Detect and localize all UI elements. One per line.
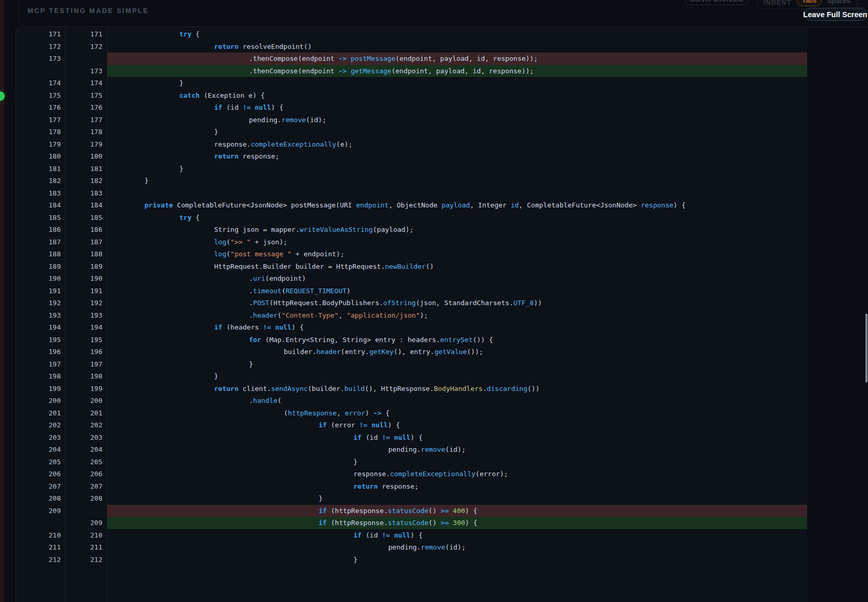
code-text: } bbox=[107, 456, 807, 468]
line-number-new: 183 bbox=[65, 187, 102, 200]
code-line: 189189HttpRequest.Builder builder = Http… bbox=[16, 260, 807, 273]
code-text: if (id != null) { bbox=[107, 101, 807, 114]
line-number-old: 202 bbox=[16, 419, 61, 431]
code-line: 187187log(">> " + json); bbox=[16, 236, 807, 248]
line-number-new: 184 bbox=[65, 199, 102, 212]
code-text: catch (Exception e) { bbox=[107, 89, 807, 102]
code-line: 184184private CompletableFuture<JsonNode… bbox=[16, 199, 807, 212]
line-number-old: 193 bbox=[16, 309, 61, 322]
code-line: 193193.header("Content-Type", "applicati… bbox=[16, 309, 807, 322]
code-text: .handle( bbox=[107, 395, 807, 407]
leave-full-screen-button[interactable]: Leave Full Screen bbox=[804, 8, 867, 21]
code-text: .thenCompose(endpoint -> postMessage(end… bbox=[107, 53, 807, 65]
indent-label: INDENT bbox=[764, 0, 792, 6]
line-number-new: 185 bbox=[65, 212, 102, 224]
line-number-old: 205 bbox=[16, 456, 61, 468]
code-line: 202202if (error != null) { bbox=[16, 419, 807, 431]
code-text: } bbox=[107, 77, 807, 89]
code-line: 182182} bbox=[16, 175, 807, 187]
code-line: 203203if (id != null) { bbox=[16, 431, 807, 444]
code-text: if (error != null) { bbox=[107, 419, 807, 431]
code-text: pending.remove(id); bbox=[107, 541, 807, 554]
code-text: return client.sendAsync(builder.build(),… bbox=[107, 383, 807, 395]
line-number-new: 194 bbox=[65, 321, 102, 334]
line-number-old: 183 bbox=[16, 187, 61, 200]
line-number-old: 204 bbox=[16, 443, 61, 456]
leave-full-screen-label: Leave Full Screen bbox=[803, 10, 867, 19]
code-text: String json = mapper.writeValueAsString(… bbox=[107, 224, 807, 236]
line-number-new: 196 bbox=[65, 346, 102, 358]
code-line: 197197} bbox=[16, 358, 807, 371]
line-number-new: 212 bbox=[65, 554, 102, 566]
line-number-new: 174 bbox=[65, 77, 102, 89]
line-number-new: 198 bbox=[65, 370, 102, 383]
line-number-new: 207 bbox=[65, 480, 102, 493]
line-number-new: 188 bbox=[65, 248, 102, 260]
left-edge-strip bbox=[0, 0, 4, 602]
code-text: response.completeExceptionally(error); bbox=[107, 468, 807, 480]
code-text: .thenCompose(endpoint -> getMessage(endp… bbox=[107, 65, 807, 77]
code-text: } bbox=[107, 126, 807, 138]
code-line: 173.thenCompose(endpoint -> postMessage(… bbox=[16, 53, 807, 65]
line-number-old: 192 bbox=[16, 297, 61, 309]
scrollbar-thumb[interactable] bbox=[865, 313, 867, 383]
code-text: if (httpResponse.statusCode() >= 400) { bbox=[107, 505, 807, 517]
code-text: response.completeExceptionally(e); bbox=[107, 138, 807, 151]
code-text bbox=[107, 187, 807, 200]
code-text: if (id != null) { bbox=[107, 431, 807, 444]
line-number-old: 210 bbox=[16, 529, 61, 542]
server-overview-button[interactable]: Server Overview bbox=[685, 0, 748, 5]
line-number-new: 192 bbox=[65, 297, 102, 309]
line-number-new: 181 bbox=[65, 163, 102, 175]
line-number-old: 182 bbox=[16, 175, 61, 187]
code-line: 198198} bbox=[16, 370, 807, 383]
code-line: 194194if (headers != null) { bbox=[16, 321, 807, 334]
code-line: 212212} bbox=[16, 554, 807, 566]
code-text: if (httpResponse.statusCode() >= 300) { bbox=[107, 517, 807, 529]
line-number-new: 206 bbox=[65, 468, 102, 480]
line-number-new: 211 bbox=[65, 541, 102, 554]
code-line: 174174} bbox=[16, 77, 807, 89]
line-number-old: 188 bbox=[16, 248, 61, 260]
line-number-new: 210 bbox=[65, 529, 102, 542]
code-line: 204204pending.remove(id); bbox=[16, 443, 807, 456]
code-line: 211211pending.remove(id); bbox=[16, 541, 807, 554]
code-line: 179179response.completeExceptionally(e); bbox=[16, 138, 807, 151]
code-line: 188188log("post message " + endpoint); bbox=[16, 248, 807, 260]
indent-tabs-option[interactable]: Tabs bbox=[797, 0, 822, 6]
code-text: for (Map.Entry<String, String> entry : h… bbox=[107, 334, 807, 346]
line-number-new: 195 bbox=[65, 334, 102, 346]
line-number-old: 201 bbox=[16, 407, 61, 420]
line-number-old: 197 bbox=[16, 358, 61, 371]
line-number-new: 190 bbox=[65, 272, 102, 285]
line-number-old: 198 bbox=[16, 370, 61, 383]
code-line: 209if (httpResponse.statusCode() >= 400)… bbox=[16, 505, 807, 517]
code-line: 192192.POST(HttpRequest.BodyPublishers.o… bbox=[16, 297, 807, 309]
line-number-old: 194 bbox=[16, 321, 61, 334]
line-number-new: 203 bbox=[65, 431, 102, 444]
code-line: 206206response.completeExceptionally(err… bbox=[16, 468, 807, 480]
code-text: private CompletableFuture<JsonNode> post… bbox=[107, 199, 807, 212]
line-number-old: 209 bbox=[16, 505, 61, 517]
code-text: if (headers != null) { bbox=[107, 321, 807, 334]
line-number-new: 179 bbox=[65, 138, 102, 151]
line-number-old: 189 bbox=[16, 260, 61, 273]
code-line: 199199return client.sendAsync(builder.bu… bbox=[16, 383, 807, 395]
diff-rows: 171171try {172172return resolveEndpoint(… bbox=[16, 28, 807, 566]
indent-spaces-option[interactable]: Spaces bbox=[827, 0, 851, 6]
line-number-old: 174 bbox=[16, 77, 61, 89]
line-number-new: 204 bbox=[65, 443, 102, 456]
line-number-old: 175 bbox=[16, 89, 61, 102]
code-line: 185185try { bbox=[16, 212, 807, 224]
line-number-new: 171 bbox=[65, 28, 102, 41]
code-line: 201201(httpResponse, error) -> { bbox=[16, 407, 807, 420]
line-number-old: 207 bbox=[16, 480, 61, 493]
line-number-old: 199 bbox=[16, 383, 61, 395]
line-number-old: 208 bbox=[16, 492, 61, 505]
code-text: } bbox=[107, 370, 807, 383]
line-number-old: 177 bbox=[16, 114, 61, 126]
line-number-old: 171 bbox=[16, 28, 61, 41]
code-text: .header("Content-Type", "application/jso… bbox=[107, 309, 807, 322]
line-number-new: 191 bbox=[65, 285, 102, 297]
code-line: 173.thenCompose(endpoint -> getMessage(e… bbox=[16, 65, 807, 77]
